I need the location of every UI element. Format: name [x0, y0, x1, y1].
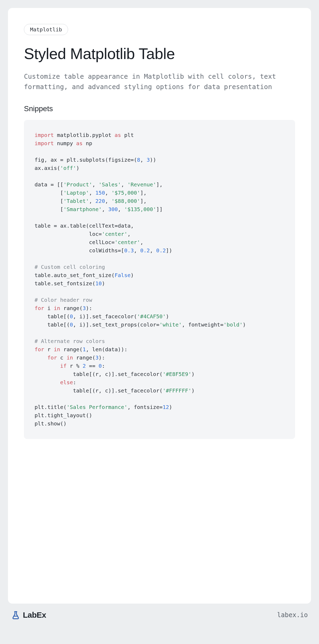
- content-card: Matplotlib Styled Matplotlib Table Custo…: [8, 8, 311, 604]
- snippets-heading: Snippets: [24, 104, 295, 113]
- brand-name: LabEx: [23, 610, 46, 620]
- page-description: Customize table appearance in Matplotlib…: [24, 72, 295, 92]
- flask-icon: [11, 610, 20, 620]
- site-url: labex.io: [277, 611, 308, 619]
- kw-import: import: [35, 132, 54, 138]
- code-block: import matplotlib.pyplot as plt import n…: [24, 120, 295, 439]
- page-title: Styled Matplotlib Table: [24, 45, 295, 62]
- brand: LabEx: [11, 610, 46, 620]
- category-tag: Matplotlib: [24, 24, 68, 35]
- footer: LabEx labex.io: [8, 604, 311, 620]
